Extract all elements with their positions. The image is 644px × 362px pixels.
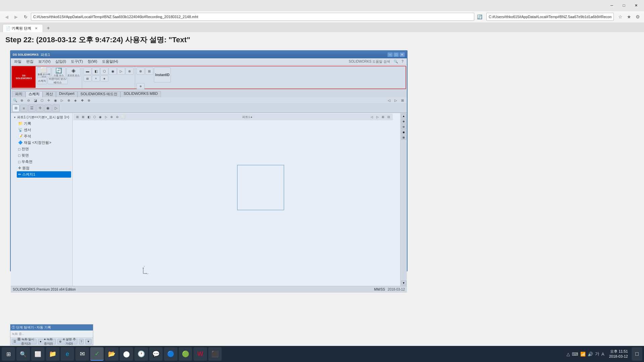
close-button[interactable]: ✕ <box>631 2 641 9</box>
panel-tab-settings[interactable]: ☰ <box>28 105 36 112</box>
panel-tab-display[interactable]: ≡ <box>20 105 28 112</box>
sw-tool-k[interactable]: ⊞ <box>145 67 153 75</box>
forward-button[interactable]: ▶ <box>12 13 20 21</box>
menu-tools[interactable]: 도구(T) <box>69 58 85 65</box>
vp-btn-4[interactable]: ⬡ <box>92 114 97 120</box>
tab-sketch[interactable]: 스케치 <box>25 91 43 97</box>
sw-sec-btn-4[interactable]: ◪ <box>32 98 38 103</box>
app1-button[interactable]: 🔵 <box>164 347 177 361</box>
tree-item-front[interactable]: □ 전면 <box>17 146 71 152</box>
vp-btn-r2[interactable]: ▷ <box>375 114 380 120</box>
sw-sec-btn-2[interactable]: ⊕ <box>19 98 25 103</box>
sw-boundary-btn[interactable]: 바운더리 보스/베이스 <box>48 77 68 84</box>
search-bar[interactable] <box>486 13 614 21</box>
clock-app-button[interactable]: 🕐 <box>135 347 148 361</box>
chrome-button[interactable]: ⬤ <box>120 347 133 361</box>
scroll-up-btn[interactable]: ▲ <box>401 114 407 118</box>
scroll-btn-4[interactable]: ⊞ <box>401 135 407 140</box>
panel-tab-circle[interactable]: ◉ <box>44 105 52 112</box>
taskbar-clock[interactable]: 오후 11:51 2018-03-12 <box>606 349 631 359</box>
tab-part[interactable]: 파치 <box>12 91 25 97</box>
menu-help[interactable]: 도움말(H) <box>100 58 120 65</box>
panel-tab-arrow[interactable]: ▷ <box>52 105 60 112</box>
help-step-btn[interactable]: ? <box>79 339 84 344</box>
app3-button[interactable]: W <box>194 347 207 361</box>
app2-button[interactable]: 🟢 <box>179 347 192 361</box>
tree-item-right[interactable]: □ 우측면 <box>17 159 71 165</box>
add-desc-btn[interactable]: ⊕ ⊕ 설명 추가(D) <box>57 339 77 344</box>
sw-extrude-boss-btn[interactable]: ⬜ 돌출 보스/베이스 <box>37 67 51 77</box>
scroll-btn-1[interactable]: ⊕ <box>401 119 407 124</box>
stop-recording-btn[interactable]: ● ● 녹화 중지(I) <box>38 339 56 344</box>
task-view-button[interactable]: ⬜ <box>31 347 45 361</box>
mail-button[interactable]: ✉ <box>75 347 89 361</box>
sw-sec-btn-7[interactable]: ◉ <box>52 98 58 103</box>
menu-view[interactable]: 보기(V) <box>36 58 53 65</box>
active-tab[interactable]: 📄 기록된 단계 ✕ <box>3 24 43 32</box>
sw-sec-btn-11[interactable]: ❖ <box>79 98 85 103</box>
sw-sec-btn-r3[interactable]: ⊞ <box>399 98 406 103</box>
sw-sec-btn-6[interactable]: ✛ <box>46 98 52 103</box>
vp-btn-r4[interactable]: ⊟ <box>386 114 391 120</box>
panel-tab-add[interactable]: ✛ <box>36 105 44 112</box>
sw-sec-btn-5[interactable]: ⬡ <box>39 98 45 103</box>
vp-btn-9[interactable]: ⬜ <box>120 114 126 120</box>
vp-btn-r1[interactable]: ◁ <box>369 114 374 120</box>
sw-sketch-btn[interactable]: 스케치 <box>37 77 47 84</box>
tree-item-top[interactable]: □ 윗면 <box>17 152 71 159</box>
sw-sec-btn-8[interactable]: ▷ <box>59 98 65 103</box>
sw-sec-btn-1[interactable]: 🔍 <box>12 98 18 103</box>
sw-sec-btn-10[interactable]: ◈ <box>72 98 78 103</box>
sw-sec-btn-3[interactable]: ⊖ <box>25 98 32 103</box>
address-bar[interactable] <box>31 13 474 21</box>
sw-tool-a[interactable]: ▬ <box>84 67 92 75</box>
sw-tool-l[interactable]: ⊕ <box>137 83 145 89</box>
sw-maximize-btn[interactable]: □ <box>393 52 399 57</box>
sw-tool-i[interactable]: ◈ <box>100 75 108 81</box>
sw-tool-h[interactable]: ≡ <box>92 75 100 81</box>
menu-edit[interactable]: 편집 <box>24 58 36 65</box>
sw-tool-g[interactable]: ▤ <box>84 75 92 81</box>
vp-btn-6[interactable]: ▷ <box>103 114 109 120</box>
dropdown-step-btn[interactable]: ▼ <box>85 339 92 344</box>
vp-btn-1[interactable]: ⊞ <box>75 114 80 120</box>
ie-browser-button[interactable]: e <box>61 347 74 361</box>
sw-viewport[interactable]: ⊞ ⊠ ◧ ⬡ ◉ ▷ ⊕ ⊖ ⬜ 파트1 ▸ ◁ ▷ ⊞ ⊟ <box>73 113 400 286</box>
folder-button[interactable]: 📂 <box>105 347 118 361</box>
tray-triangle-icon[interactable]: △ <box>567 352 570 357</box>
sw-tool-f[interactable]: ⊗ <box>125 67 133 75</box>
sw-tool-j[interactable]: ⊕ <box>137 67 145 75</box>
sw-tool-b[interactable]: ◧ <box>92 67 100 75</box>
new-tab-button[interactable]: + <box>44 24 52 32</box>
taskbar-search-button[interactable]: 🔍 <box>16 347 30 361</box>
vp-btn-8[interactable]: ⊖ <box>115 114 120 120</box>
back-button[interactable]: ◀ <box>3 13 11 21</box>
tree-item-sensor[interactable]: 📡 센서 <box>17 127 71 133</box>
scroll-btn-2[interactable]: ⊖ <box>401 124 407 129</box>
tree-item-history[interactable]: 📁 기록 <box>17 120 71 127</box>
sw-sweep-boss-btn[interactable]: 🔄 스윕 보스 <box>52 67 66 77</box>
refresh-button[interactable]: ↻ <box>21 13 30 21</box>
sw-close-btn[interactable]: ✕ <box>399 52 405 57</box>
sw-minimize-btn[interactable]: ─ <box>387 52 393 57</box>
start-button[interactable]: ⊞ <box>2 347 15 361</box>
tab-addins[interactable]: SOLIDWORKS 애드인 <box>77 91 121 97</box>
sw-sec-btn-r1[interactable]: ◁ <box>386 98 392 103</box>
sw-sec-btn-9[interactable]: ⊗ <box>66 98 72 103</box>
sw-tool-d[interactable]: ◉ <box>109 67 117 75</box>
sw-loft-boss-btn[interactable]: ◈ 로프트 보스 <box>66 67 80 77</box>
sw-tool-e[interactable]: ▷ <box>117 67 125 75</box>
scroll-btn-3[interactable]: ◉ <box>401 130 407 134</box>
app4-button[interactable]: ⬛ <box>208 347 222 361</box>
pause-recording-btn[interactable]: ☰ ☰ 녹화 일시 중지(J) <box>12 339 37 344</box>
tab-mbd[interactable]: SOLIDWORKS MBD <box>120 91 161 97</box>
menu-window[interactable]: 창(W) <box>86 58 99 65</box>
favorites-icon[interactable]: ★ <box>625 13 633 20</box>
tab-dimxpert[interactable]: DimXpert <box>56 91 77 97</box>
tree-item-sketch1[interactable]: ✏ 스케치1 <box>17 171 71 178</box>
tab-close-button[interactable]: ✕ <box>34 26 39 31</box>
checklist-button[interactable]: ✓ <box>90 347 104 361</box>
sw-search-btn[interactable]: 🔍 <box>393 59 399 64</box>
sw-tool-c[interactable]: ⬡ <box>100 67 108 75</box>
scroll-down-btn[interactable]: ▼ <box>401 281 407 285</box>
